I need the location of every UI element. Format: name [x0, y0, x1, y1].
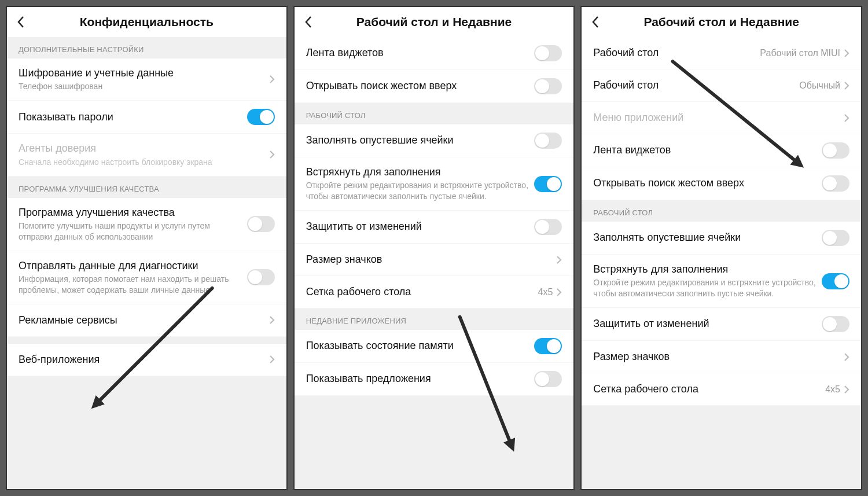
row-text: Агенты доверияСначала необходимо настрои… — [19, 142, 269, 167]
settings-row[interactable]: Встряхнуть для заполненияОткройте режим … — [582, 255, 861, 308]
row-title: Размер значков — [593, 350, 838, 363]
toggle-knob — [823, 317, 837, 331]
settings-row[interactable]: Сетка рабочего стола4x5 — [295, 276, 574, 308]
toggle-switch[interactable] — [534, 176, 562, 192]
toggle-switch[interactable] — [822, 273, 849, 289]
toggle-knob — [535, 220, 549, 234]
row-title: Рекламные сервисы — [19, 314, 263, 327]
row-title: Лента виджетов — [593, 144, 816, 157]
row-text: Рабочий стол — [593, 46, 760, 60]
row-title: Программа улучшения качества — [19, 206, 241, 219]
page-title: Рабочий стол и Недавние — [295, 15, 574, 29]
row-title: Защитить от изменений — [593, 317, 816, 330]
settings-row[interactable]: Показывать пароли — [7, 101, 286, 134]
settings-row[interactable]: Сетка рабочего стола4x5 — [582, 373, 861, 406]
row-text: Размер значков — [306, 253, 557, 266]
settings-row[interactable]: Заполнять опустевшие ячейки — [295, 124, 574, 157]
settings-row[interactable]: Размер значков — [582, 341, 861, 373]
row-text: Отправлять данные для диагностикиИнформа… — [19, 259, 247, 296]
toggle-switch[interactable] — [534, 338, 562, 354]
toggle-switch[interactable] — [822, 230, 849, 246]
row-title: Веб-приложения — [19, 353, 263, 366]
row-subtitle: Сначала необходимо настроить блокировку … — [19, 157, 263, 168]
row-text: Лента виджетов — [593, 144, 822, 157]
row-text: Встряхнуть для заполненияОткройте режим … — [593, 263, 822, 299]
toggle-knob — [248, 217, 262, 231]
toggle-switch[interactable] — [822, 175, 849, 192]
toggle-knob — [535, 46, 549, 60]
back-button[interactable] — [301, 15, 315, 29]
settings-row[interactable]: Размер значков — [295, 244, 574, 276]
settings-row[interactable]: Лента виджетов — [582, 134, 861, 167]
settings-row[interactable]: Веб-приложения — [7, 344, 286, 376]
settings-row[interactable]: Открывать поиск жестом вверх — [582, 167, 861, 200]
settings-row[interactable]: Заполнять опустевшие ячейки — [582, 222, 861, 255]
toggle-switch[interactable] — [247, 109, 275, 125]
settings-group: Лента виджетовОткрывать поиск жестом вве… — [295, 37, 574, 103]
toggle-switch[interactable] — [534, 133, 562, 149]
toggle-switch[interactable] — [534, 371, 562, 387]
row-title: Показывать пароли — [19, 111, 241, 124]
toggle-switch[interactable] — [534, 78, 562, 94]
page-title: Рабочий стол и Недавние — [582, 15, 861, 29]
row-text: Лента виджетов — [306, 46, 535, 60]
row-title: Защитить от изменений — [306, 220, 529, 233]
settings-row[interactable]: Отправлять данные для диагностикиИнформа… — [7, 251, 286, 304]
toggle-switch[interactable] — [247, 216, 275, 232]
settings-row[interactable]: Рекламные сервисы — [7, 304, 286, 337]
settings-row[interactable]: Лента виджетов — [295, 37, 574, 70]
toggle-knob — [823, 177, 837, 190]
settings-row[interactable]: Шифрование и учетные данныеТелефон зашиф… — [7, 58, 286, 101]
settings-row[interactable]: Рабочий столРабочий стол MIUI — [582, 37, 861, 69]
content: ДОПОЛНИТЕЛЬНЫЕ НАСТРОЙКИШифрование и уче… — [7, 37, 286, 489]
row-title: Заполнять опустевшие ячейки — [593, 231, 816, 244]
toggle-switch[interactable] — [822, 316, 849, 332]
row-value: 4x5 — [538, 287, 553, 297]
header: Конфиденциальность — [7, 7, 286, 37]
row-title: Лента виджетов — [306, 46, 529, 60]
toggle-switch[interactable] — [247, 269, 275, 285]
phone-screen-2: Рабочий стол и НедавниеРабочий столРабоч… — [580, 6, 862, 490]
row-title: Встряхнуть для заполнения — [593, 263, 816, 276]
settings-row: Меню приложений — [582, 102, 861, 134]
phone-screen-0: КонфиденциальностьДОПОЛНИТЕЛЬНЫЕ НАСТРОЙ… — [6, 6, 288, 490]
row-text: Рекламные сервисы — [19, 314, 269, 327]
settings-row[interactable]: Показывать состояние памяти — [295, 330, 574, 363]
row-title: Показывать предложения — [306, 372, 529, 385]
settings-row[interactable]: Открывать поиск жестом вверх — [295, 70, 574, 103]
back-button[interactable] — [589, 15, 602, 29]
section-gap — [7, 337, 286, 344]
row-value: 4x5 — [825, 384, 840, 395]
row-text: Меню приложений — [593, 111, 844, 124]
page-title: Конфиденциальность — [7, 15, 286, 29]
settings-row[interactable]: Программа улучшения качестваПомогите улу… — [7, 198, 286, 251]
row-subtitle: Помогите улучшить наши продукты и услуги… — [19, 221, 241, 243]
back-button[interactable] — [14, 15, 28, 29]
settings-group: Заполнять опустевшие ячейкиВстряхнуть дл… — [295, 124, 574, 308]
row-text: Открывать поиск жестом вверх — [306, 79, 535, 93]
toggle-switch[interactable] — [534, 219, 562, 235]
toggle-switch[interactable] — [822, 142, 849, 159]
settings-row[interactable]: Встряхнуть для заполненияОткройте режим … — [295, 157, 574, 211]
settings-row[interactable]: Показывать предложения — [295, 363, 574, 396]
toggle-knob — [823, 144, 837, 157]
settings-group: Показывать состояние памятиПоказывать пр… — [295, 330, 574, 396]
chevron-right-icon — [844, 81, 849, 90]
row-title: Заполнять опустевшие ячейки — [306, 134, 529, 147]
chevron-left-icon — [591, 16, 599, 28]
chevron-right-icon — [844, 113, 849, 123]
settings-row[interactable]: Рабочий столОбычный — [582, 69, 861, 102]
row-text: Программа улучшения качестваПомогите улу… — [19, 206, 247, 243]
toggle-knob — [823, 231, 837, 245]
settings-row[interactable]: Защитить от изменений — [295, 211, 574, 244]
settings-row[interactable]: Защитить от изменений — [582, 308, 861, 341]
row-subtitle: Откройте режим редактирования и встряхни… — [593, 277, 816, 299]
row-text: Размер значков — [593, 350, 844, 363]
row-title: Рабочий стол — [593, 46, 754, 60]
toggle-switch[interactable] — [534, 45, 562, 61]
section-header: РАБОЧИЙ СТОЛ — [295, 103, 574, 124]
row-text: Шифрование и учетные данныеТелефон зашиф… — [19, 67, 269, 92]
row-text: Защитить от изменений — [593, 317, 822, 330]
row-value: Обычный — [799, 80, 840, 91]
row-title: Размер значков — [306, 253, 551, 266]
